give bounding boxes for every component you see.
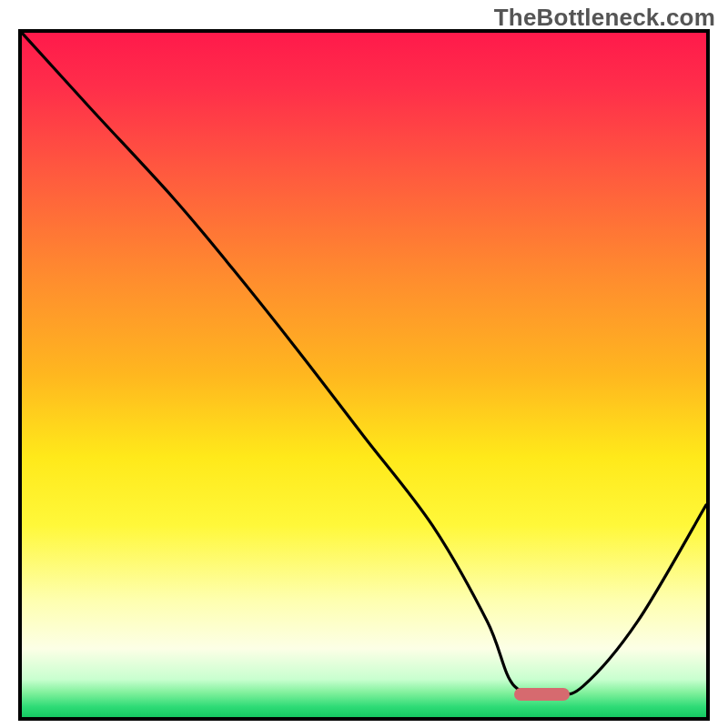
optimal-marker — [514, 688, 569, 701]
watermark-text: TheBottleneck.com — [494, 4, 715, 32]
plot-frame — [18, 29, 710, 721]
bottleneck-curve — [22, 33, 706, 717]
chart-stage: TheBottleneck.com — [0, 0, 728, 728]
